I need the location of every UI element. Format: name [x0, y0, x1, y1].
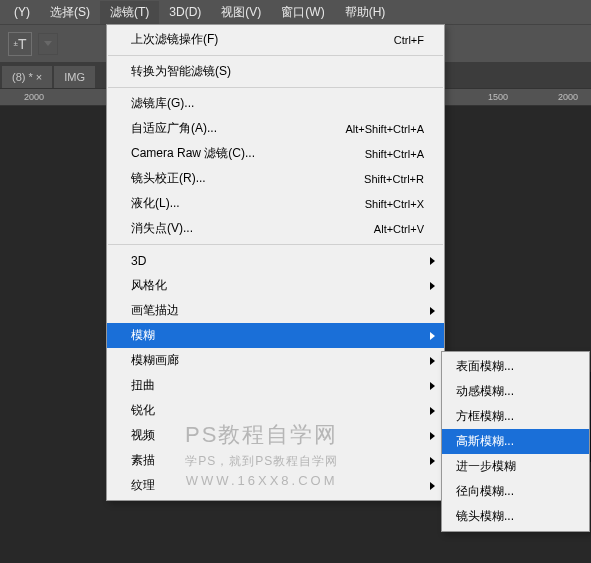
menubar-item-window[interactable]: 窗口(W) [271, 1, 334, 24]
shortcut-label: Shift+Ctrl+X [365, 198, 424, 210]
document-tab[interactable]: IMG [54, 66, 95, 88]
menu-item-lens-correction[interactable]: 镜头校正(R)... Shift+Ctrl+R [107, 166, 444, 191]
menubar-item-filter[interactable]: 滤镜(T) [100, 1, 159, 24]
chevron-down-icon [44, 41, 52, 46]
menu-item-camera-raw[interactable]: Camera Raw 滤镜(C)... Shift+Ctrl+A [107, 141, 444, 166]
ruler-mark: 1500 [488, 92, 508, 102]
submenu-arrow-icon [430, 332, 435, 340]
menu-item-convert-smart[interactable]: 转换为智能滤镜(S) [107, 59, 444, 84]
shortcut-label: Alt+Shift+Ctrl+A [345, 123, 424, 135]
menu-item-liquify[interactable]: 液化(L)... Shift+Ctrl+X [107, 191, 444, 216]
menubar-item-view[interactable]: 视图(V) [211, 1, 271, 24]
submenu-arrow-icon [430, 307, 435, 315]
filter-menu-dropdown: 上次滤镜操作(F) Ctrl+F 转换为智能滤镜(S) 滤镜库(G)... 自适… [106, 24, 445, 501]
submenu-arrow-icon [430, 482, 435, 490]
menubar-item-layer[interactable]: (Y) [4, 2, 40, 22]
menu-item-texture[interactable]: 纹理 [107, 473, 444, 498]
submenu-arrow-icon [430, 382, 435, 390]
menu-item-blur-more[interactable]: 进一步模糊 [442, 454, 589, 479]
menu-item-vanishing-point[interactable]: 消失点(V)... Alt+Ctrl+V [107, 216, 444, 241]
font-family-select[interactable] [38, 33, 58, 55]
submenu-arrow-icon [430, 257, 435, 265]
type-tool-icon[interactable]: ±T [8, 32, 32, 56]
submenu-arrow-icon [430, 357, 435, 365]
tab-label: (8) * × [12, 71, 42, 83]
shortcut-label: Shift+Ctrl+A [365, 148, 424, 160]
menubar: (Y) 选择(S) 滤镜(T) 3D(D) 视图(V) 窗口(W) 帮助(H) [0, 0, 591, 24]
menu-item-adaptive-wide-angle[interactable]: 自适应广角(A)... Alt+Shift+Ctrl+A [107, 116, 444, 141]
menu-item-brush-strokes[interactable]: 画笔描边 [107, 298, 444, 323]
menubar-item-3d[interactable]: 3D(D) [159, 2, 211, 22]
menu-item-box-blur[interactable]: 方框模糊... [442, 404, 589, 429]
menubar-item-help[interactable]: 帮助(H) [335, 1, 396, 24]
menu-item-filter-gallery[interactable]: 滤镜库(G)... [107, 91, 444, 116]
menu-item-distort[interactable]: 扭曲 [107, 373, 444, 398]
submenu-arrow-icon [430, 282, 435, 290]
menu-item-sharpen[interactable]: 锐化 [107, 398, 444, 423]
submenu-arrow-icon [430, 457, 435, 465]
shortcut-label: Alt+Ctrl+V [374, 223, 424, 235]
ruler-mark: 2000 [558, 92, 578, 102]
menu-item-gaussian-blur[interactable]: 高斯模糊... [442, 429, 589, 454]
menu-separator [108, 55, 443, 56]
shortcut-label: Ctrl+F [394, 34, 424, 46]
menu-item-blur-gallery[interactable]: 模糊画廊 [107, 348, 444, 373]
submenu-arrow-icon [430, 432, 435, 440]
menu-item-blur[interactable]: 模糊 [107, 323, 444, 348]
menu-item-motion-blur[interactable]: 动感模糊... [442, 379, 589, 404]
menu-separator [108, 87, 443, 88]
menu-item-3d[interactable]: 3D [107, 248, 444, 273]
menu-item-surface-blur[interactable]: 表面模糊... [442, 354, 589, 379]
shortcut-label: Shift+Ctrl+R [364, 173, 424, 185]
menu-item-stylize[interactable]: 风格化 [107, 273, 444, 298]
menu-separator [108, 244, 443, 245]
menubar-item-select[interactable]: 选择(S) [40, 1, 100, 24]
document-tab[interactable]: (8) * × [2, 66, 52, 88]
ruler-mark: 2000 [24, 92, 44, 102]
menu-item-video[interactable]: 视频 [107, 423, 444, 448]
submenu-arrow-icon [430, 407, 435, 415]
menu-item-last-filter[interactable]: 上次滤镜操作(F) Ctrl+F [107, 27, 444, 52]
menu-item-lens-blur[interactable]: 镜头模糊... [442, 504, 589, 529]
menu-item-radial-blur[interactable]: 径向模糊... [442, 479, 589, 504]
blur-submenu: 表面模糊... 动感模糊... 方框模糊... 高斯模糊... 进一步模糊 径向… [441, 351, 590, 532]
menu-item-sketch[interactable]: 素描 [107, 448, 444, 473]
tab-label: IMG [64, 71, 85, 83]
